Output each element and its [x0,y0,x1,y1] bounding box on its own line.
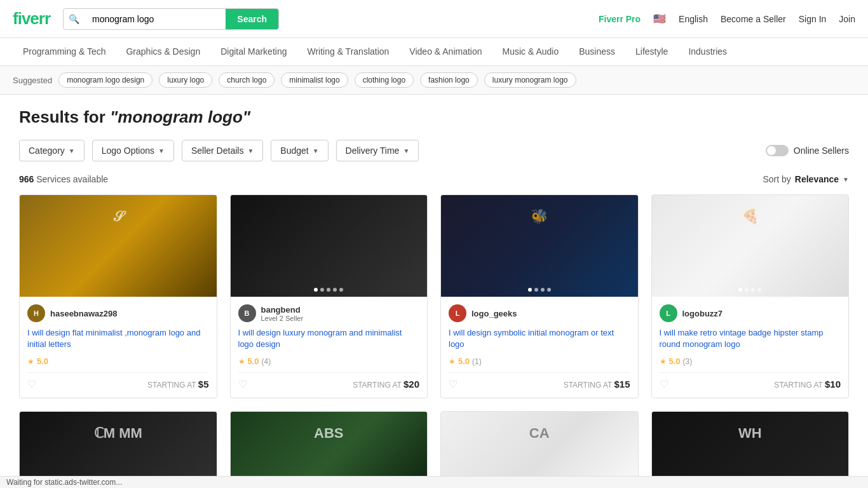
seller-name[interactable]: bangbend [261,305,301,315]
price-section: STARTING AT $15 [564,379,630,390]
nav-item[interactable]: Lifestyle [625,38,678,66]
card-body: L logo_geeks I will design symbolic init… [441,297,638,398]
suggested-tag[interactable]: fashion logo [420,72,478,88]
service-card[interactable]: 𝒮 H haseebnawaz298 I will design flat mi… [19,194,217,398]
seller-name[interactable]: haseebnawaz298 [50,309,118,318]
suggested-tag[interactable]: luxury logo [159,72,212,88]
search-icon: 🔍 [64,9,85,29]
dot [534,288,538,292]
nav-item[interactable]: Writing & Translation [297,38,399,66]
become-seller-link[interactable]: Become a Seller [721,14,786,24]
online-sellers-switch[interactable] [766,145,789,156]
card-title-link[interactable]: I will design flat minimalist ,monogram … [27,328,200,349]
card-seller: H haseebnawaz298 [27,304,209,322]
card-dots [314,288,343,292]
card-title-link[interactable]: I will design symbolic initial monogram … [449,328,614,349]
seller-name[interactable]: logobuzz7 [682,309,723,318]
suggested-tag[interactable]: minimalist logo [281,72,348,88]
star-icon: ★ [27,357,34,366]
card-rating: ★5.0(1) [449,356,630,366]
fiverr-pro-link[interactable]: Fiverr Pro [599,14,641,24]
service-card[interactable]: 🐝 L logo_geeks I will design symbolic in… [440,194,639,398]
filters-bar: Category ▼ Logo Options ▼ Seller Details… [19,140,849,161]
level-badge: Level 2 Seller [261,315,304,322]
nav-item[interactable]: Digital Marketing [210,38,297,66]
card-rating: ★5.0 [27,356,209,366]
suggested-tag[interactable]: monogram logo design [58,72,153,88]
nav-item[interactable]: Programming & Tech [13,38,116,66]
card-image-text: 🐝 [441,195,638,239]
seller-info: haseebnawaz298 [50,308,118,318]
nav-item[interactable]: Video & Animation [399,38,492,66]
dot [320,288,324,292]
card-rating: ★5.0(4) [238,356,420,366]
starting-at-label: STARTING AT [774,381,825,390]
favorite-button[interactable]: ♡ [449,378,458,390]
dot [757,288,761,292]
delivery-time-filter[interactable]: Delivery Time ▼ [336,140,419,161]
card-title: I will design luxury monogram and minima… [238,327,420,350]
rating-count: (4) [262,357,271,366]
nav-item[interactable]: Industries [678,38,737,66]
card-image-text: CA [441,412,638,456]
dot [738,288,742,292]
starting-at-label: STARTING AT [147,381,198,390]
suggested-label: Suggested [13,76,52,85]
card-image-text: 𝒮 [20,195,217,239]
results-title: Results for "monogram logo" [19,107,849,127]
card-body: H haseebnawaz298 I will design flat mini… [20,297,217,398]
card-image-text [231,195,428,220]
card-body: B bangbend Level 2 Seller I will design … [231,297,428,398]
results-count: 966 Services available [19,174,108,184]
search-button[interactable]: Search [226,9,278,29]
rating-value: 5.0 [248,356,259,366]
suggested-tag[interactable]: clothing logo [355,72,414,88]
card-image [231,195,428,297]
suggested-tag[interactable]: luxury monogram logo [484,72,576,88]
join-link[interactable]: Join [839,14,855,24]
chevron-down-icon: ▼ [158,147,165,154]
price-section: STARTING AT $20 [353,379,419,390]
language-selector[interactable]: English [679,14,708,24]
card-image-text: ABS [231,412,428,456]
card-price: $15 [614,379,630,390]
search-input[interactable] [85,9,226,29]
nav-item[interactable]: Music & Audio [492,38,569,66]
dot [528,288,532,292]
nav-item[interactable]: Graphics & Design [116,38,210,66]
card-title: I will design symbolic initial monogram … [449,327,630,350]
favorite-button[interactable]: ♡ [238,378,247,390]
avatar: L [660,304,677,322]
service-card[interactable]: 🍕 L logobuzz7 I will make retro vintage … [651,194,850,398]
sign-in-link[interactable]: Sign In [799,14,827,24]
favorite-button[interactable]: ♡ [660,378,668,390]
logo-options-filter[interactable]: Logo Options ▼ [92,140,174,161]
results-bar: 966 Services available Sort by Relevance… [19,174,849,184]
card-seller: L logobuzz7 [660,304,841,322]
category-filter[interactable]: Category ▼ [19,140,85,161]
rating-value: 5.0 [37,356,48,366]
budget-filter[interactable]: Budget ▼ [271,140,328,161]
card-title-link[interactable]: I will make retro vintage badge hipster … [660,328,824,349]
star-icon: ★ [660,357,667,366]
dot [339,288,343,292]
suggested-tag[interactable]: church logo [219,72,275,88]
main-content: Results for "monogram logo" Category ▼ L… [0,95,868,488]
nav-item[interactable]: Business [569,38,625,66]
favorite-button[interactable]: ♡ [27,378,36,390]
status-bar: Waiting for static.ads-twitter.com... [0,476,868,488]
sort-by[interactable]: Sort by Relevance ▼ [763,174,849,184]
rating-value: 5.0 [458,356,470,366]
seller-name[interactable]: logo_geeks [471,309,517,318]
card-title-link[interactable]: I will design luxury monogram and minima… [238,328,402,349]
card-image-text: 🍕 [652,195,849,239]
rating-count: (3) [683,357,693,366]
seller-details-filter[interactable]: Seller Details ▼ [182,140,263,161]
service-card[interactable]: B bangbend Level 2 Seller I will design … [230,194,428,398]
logo[interactable]: fiverr [13,9,50,29]
card-dots [528,288,551,292]
starting-at-label: STARTING AT [353,381,403,390]
avatar: B [238,304,256,322]
seller-info: logobuzz7 [682,308,723,318]
card-price: $5 [198,379,209,390]
